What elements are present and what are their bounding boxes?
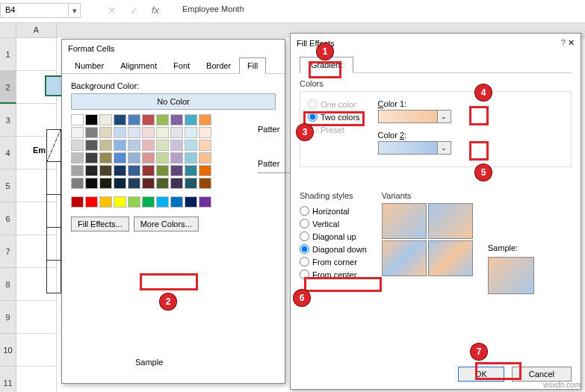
standard-color-swatch[interactable] <box>85 196 98 208</box>
column-header[interactable]: A <box>16 23 57 38</box>
shading-horizontal[interactable]: Horizontal <box>300 206 367 216</box>
shading-from-corner[interactable]: From corner <box>300 257 367 267</box>
color-swatch[interactable] <box>185 152 197 164</box>
color-swatch[interactable] <box>156 127 169 138</box>
cell[interactable] <box>16 334 57 367</box>
variant-2[interactable] <box>428 203 473 239</box>
color-swatch[interactable] <box>185 140 197 151</box>
name-box[interactable]: B4 <box>0 3 69 18</box>
color-swatch[interactable] <box>170 152 183 164</box>
standard-color-swatch[interactable] <box>99 196 112 208</box>
fx-icon[interactable]: fx <box>152 4 159 16</box>
color-swatch[interactable] <box>142 152 155 164</box>
standard-color-swatch[interactable] <box>128 196 140 208</box>
variant-4[interactable] <box>428 240 473 276</box>
row-header[interactable]: 6 <box>0 202 16 235</box>
color-swatch[interactable] <box>156 165 169 176</box>
color-swatch[interactable] <box>142 127 155 138</box>
row-header[interactable]: 8 <box>0 268 16 301</box>
row-header[interactable]: 2 <box>0 71 16 104</box>
color-swatch[interactable] <box>114 127 126 138</box>
color-swatch[interactable] <box>142 140 155 151</box>
color-swatch[interactable] <box>71 140 84 151</box>
cell[interactable] <box>16 301 57 334</box>
color-swatch[interactable] <box>128 140 140 151</box>
tab-number[interactable]: Number <box>66 57 112 74</box>
name-box-dropdown[interactable]: ▾ <box>69 3 81 18</box>
color-swatch[interactable] <box>156 140 169 151</box>
standard-color-swatch[interactable] <box>142 196 155 208</box>
color-swatch[interactable] <box>142 178 155 189</box>
tab-fill[interactable]: Fill <box>239 57 266 74</box>
color-swatch[interactable] <box>199 178 211 189</box>
row-header[interactable]: 3 <box>0 104 16 137</box>
row-header[interactable]: 7 <box>0 235 16 268</box>
color2-picker[interactable]: ⌄ <box>378 141 451 155</box>
color-swatch[interactable] <box>71 127 84 138</box>
tab-border[interactable]: Border <box>198 57 239 74</box>
color-swatch[interactable] <box>99 165 112 176</box>
cell[interactable] <box>16 38 57 71</box>
standard-color-swatch[interactable] <box>71 196 84 208</box>
color-swatch[interactable] <box>128 178 140 189</box>
variant-1[interactable] <box>382 203 427 239</box>
color1-picker[interactable]: ⌄ <box>378 110 451 123</box>
chevron-down-icon[interactable]: ⌄ <box>437 111 451 122</box>
color-swatch[interactable] <box>114 165 126 176</box>
color-swatch[interactable] <box>85 152 98 164</box>
close-icon[interactable]: ✕ <box>568 38 575 47</box>
color-swatch[interactable] <box>185 114 197 125</box>
color-swatch[interactable] <box>128 152 140 164</box>
color-swatch[interactable] <box>71 165 84 176</box>
standard-color-swatch[interactable] <box>199 196 211 208</box>
standard-color-swatch[interactable] <box>170 196 183 208</box>
color-swatch[interactable] <box>85 165 98 176</box>
color-swatch[interactable] <box>199 165 211 176</box>
color-swatch[interactable] <box>99 152 112 164</box>
more-colors-button[interactable]: More Colors... <box>134 217 199 231</box>
color-swatch[interactable] <box>170 165 183 176</box>
fill-effects-button[interactable]: Fill Effects... <box>71 217 129 231</box>
shading-diagonal-up[interactable]: Diagonal up <box>300 231 367 241</box>
color-swatch[interactable] <box>71 152 84 164</box>
color-swatch[interactable] <box>114 152 126 164</box>
color-swatch[interactable] <box>114 140 126 151</box>
standard-color-swatch[interactable] <box>114 196 126 208</box>
row-header[interactable]: 1 <box>0 38 16 71</box>
row-header[interactable]: 10 <box>0 334 16 367</box>
shading-vertical[interactable]: Vertical <box>300 219 367 228</box>
color-swatch[interactable] <box>199 152 211 164</box>
color-swatch[interactable] <box>99 127 112 138</box>
color-swatch[interactable] <box>199 127 211 138</box>
color-swatch[interactable] <box>170 140 183 151</box>
color-swatch[interactable] <box>156 178 169 189</box>
color-swatch[interactable] <box>99 114 112 125</box>
tab-alignment[interactable]: Alignment <box>112 57 165 74</box>
color-swatch[interactable] <box>142 114 155 125</box>
row-header[interactable]: 5 <box>0 169 16 202</box>
color-swatch[interactable] <box>185 127 197 138</box>
color-swatch[interactable] <box>71 178 84 189</box>
help-icon[interactable]: ? <box>561 38 566 47</box>
color-swatch[interactable] <box>99 178 112 189</box>
color-swatch[interactable] <box>85 127 98 138</box>
color-swatch[interactable] <box>199 140 211 151</box>
tab-font[interactable]: Font <box>165 57 198 74</box>
color-swatch[interactable] <box>156 152 169 164</box>
color-swatch[interactable] <box>199 114 211 125</box>
cell[interactable] <box>16 367 57 392</box>
color-swatch[interactable] <box>85 178 98 189</box>
row-header[interactable]: 4 <box>0 137 16 169</box>
variant-3[interactable] <box>382 240 427 276</box>
color-swatch[interactable] <box>114 114 126 125</box>
row-header[interactable]: 9 <box>0 301 16 334</box>
color-swatch[interactable] <box>170 178 183 189</box>
color-swatch[interactable] <box>170 127 183 138</box>
no-color-button[interactable]: No Color <box>71 93 276 110</box>
color-swatch[interactable] <box>142 165 155 176</box>
shading-diagonal-down[interactable]: Diagonal down <box>300 244 367 254</box>
color-swatch[interactable] <box>71 114 84 125</box>
row-header[interactable]: 11 <box>0 367 16 392</box>
color-swatch[interactable] <box>114 178 126 189</box>
select-all-corner[interactable] <box>0 23 16 38</box>
